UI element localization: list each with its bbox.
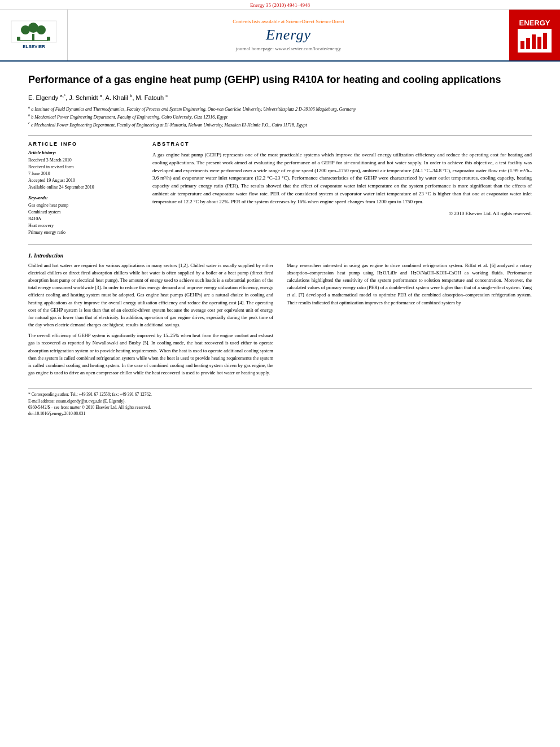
svg-point-4 — [28, 23, 38, 33]
body-right-col: Many researchers interested in using gas… — [287, 262, 532, 381]
history-item-3: Accepted 19 August 2010 — [28, 177, 141, 184]
keyword-1: Combined system — [28, 209, 141, 216]
author-sup-b: a — [100, 93, 102, 98]
copyright-line: © 2010 Elsevier Ltd. All rights reserved… — [152, 211, 532, 216]
section-name: Introduction — [34, 252, 63, 259]
svg-text:ENERGY: ENERGY — [519, 19, 550, 27]
svg-text:ELSEVIER: ELSEVIER — [23, 44, 45, 49]
keywords-label: Keywords: — [28, 195, 141, 200]
intro-section: 1. Introduction Chilled and hot waters a… — [28, 252, 532, 381]
affiliations: a a Institute of Fluid Dynamics and Ther… — [28, 104, 532, 128]
author-sup-a: a,* — [60, 93, 65, 98]
section-number: 1. — [28, 252, 33, 259]
history-item-1: Received in revised form — [28, 164, 141, 171]
article-history-label: Article history: — [28, 150, 141, 155]
journal-name: Energy — [266, 27, 311, 43]
history-item-2: 7 June 2010 — [28, 171, 141, 177]
section-divider — [28, 244, 532, 244]
section-title: 1. Introduction — [28, 252, 532, 259]
elsevier-logo: ELSEVIER — [0, 10, 68, 60]
article-info-title: ARTICLE INFO — [28, 141, 141, 147]
body-left-col: Chilled and hot waters are required for … — [28, 262, 273, 381]
author-sup-c: b — [130, 93, 132, 98]
energy-logo-label: ENERGY — [515, 13, 554, 57]
svg-rect-14 — [526, 38, 530, 49]
svg-rect-13 — [520, 41, 524, 49]
top-bar: Energy 35 (2010) 4941–4948 — [0, 0, 560, 10]
keyword-0: Gas engine heat pump — [28, 202, 141, 209]
keyword-3: Heat recovery — [28, 222, 141, 229]
author-sup-d: c — [165, 93, 168, 98]
affil-sup-a: a — [28, 105, 30, 109]
intro-para-1: The overall efficiency of GEHP system is… — [28, 332, 273, 377]
svg-rect-16 — [537, 37, 541, 49]
footnote-doi: doi:10.1016/j.energy.2010.08.031 — [28, 410, 532, 417]
keyword-4: Primary energy ratio — [28, 229, 141, 236]
journal-citation: Energy 35 (2010) 4941–4948 — [250, 2, 310, 8]
journal-url: journal homepage: www.elsevier.com/locat… — [236, 46, 342, 51]
footnote-area: * Corresponding author. Tel.: +49 391 67… — [28, 388, 532, 417]
intro-para-0: Chilled and hot waters are required for … — [28, 262, 273, 329]
history-item-4: Available online 24 September 2010 — [28, 184, 141, 191]
affil-sup-c: c — [28, 121, 30, 125]
abstract-title: ABSTRACT — [152, 141, 532, 147]
intro-para-right-0: Many researchers interested in using gas… — [287, 262, 532, 307]
abstract-col: ABSTRACT A gas engine heat pump (GEHP) r… — [152, 141, 532, 236]
affil-sup-b: b — [28, 113, 30, 117]
abstract-text: A gas engine heat pump (GEHP) represents… — [152, 151, 532, 207]
svg-point-5 — [37, 25, 46, 34]
footnote-corresponding: * Corresponding author. Tel.: +49 391 67… — [28, 391, 532, 397]
energy-logo-right: ENERGY — [509, 10, 560, 60]
svg-rect-15 — [532, 34, 536, 49]
history-item-0: Received 3 March 2010 — [28, 157, 141, 164]
header-divider — [28, 135, 532, 136]
paper-body: Performance of a gas engine heat pump (G… — [0, 62, 560, 428]
article-info-abstract-row: ARTICLE INFO Article history: Received 3… — [28, 141, 532, 236]
keyword-2: R410A — [28, 216, 141, 222]
svg-rect-7 — [17, 37, 20, 41]
body-two-col: Chilled and hot waters are required for … — [28, 262, 532, 381]
footnote-email: E-mail address: essam.elgendy@st.ovgu.de… — [28, 398, 532, 404]
elsevier-logo-svg: ELSEVIER — [8, 20, 59, 51]
footnote-issn: 0360-5442/$ – see front matter © 2010 El… — [28, 404, 532, 410]
sciencedirect-text: Contents lists available at ScienceDirec… — [233, 19, 344, 24]
article-info-col: ARTICLE INFO Article history: Received 3… — [28, 141, 141, 236]
svg-rect-17 — [543, 33, 547, 49]
sciencedirect-link-text[interactable]: ScienceDirect — [316, 19, 344, 24]
svg-rect-2 — [32, 34, 34, 41]
journal-center-info: Contents lists available at ScienceDirec… — [68, 10, 509, 60]
svg-rect-8 — [47, 37, 50, 41]
authors-line: E. Elgendy a,*, J. Schmidt a, A. Khalil … — [28, 93, 532, 101]
journal-header: ELSEVIER Contents lists available at Sci… — [0, 10, 560, 62]
paper-title: Performance of a gas engine heat pump (G… — [28, 73, 532, 86]
